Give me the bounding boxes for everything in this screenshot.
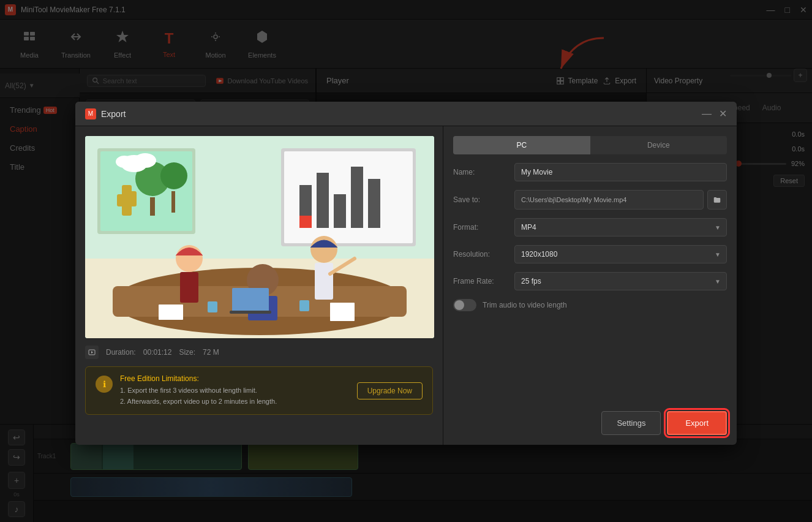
format-row: Format: MP4 ▼ [453, 218, 727, 236]
modal-icon: M [85, 108, 96, 119]
resolution-select-wrap: 1920x1080 ▼ [514, 245, 727, 263]
svg-rect-22 [117, 194, 124, 206]
svg-rect-38 [299, 216, 312, 228]
preview-meta: Duration: 00:01:12 Size: 72 M [85, 346, 433, 359]
svg-point-29 [134, 153, 156, 168]
svg-rect-51 [299, 300, 309, 311]
svg-point-26 [160, 162, 187, 189]
duration-label: Duration: [106, 348, 136, 357]
modal-winbtns: — ✕ [702, 108, 727, 119]
svg-rect-27 [171, 191, 175, 213]
modal-title-left: M Export [85, 108, 126, 119]
svg-rect-44 [315, 263, 333, 300]
resolution-select[interactable]: 1920x1080 [514, 245, 727, 263]
framerate-select-wrap: 25 fps ▼ [514, 272, 727, 290]
name-label: Name: [453, 168, 507, 176]
size-value: 72 M [203, 348, 219, 357]
format-label: Format: [453, 223, 507, 232]
format-select-wrap: MP4 ▼ [514, 218, 727, 236]
warning-title: Free Edition Limitations: [120, 374, 350, 383]
svg-rect-52 [159, 304, 183, 320]
svg-rect-49 [230, 311, 271, 314]
modal-minimize-btn[interactable]: — [702, 108, 712, 119]
modal-close-btn[interactable]: ✕ [719, 108, 727, 119]
preview-meta-icon [85, 346, 99, 359]
warning-text: Free Edition Limitations: 1. Export the … [120, 374, 350, 407]
svg-rect-53 [330, 303, 355, 321]
modal-right-panel: PC Device Name: Save to: [443, 126, 737, 445]
device-tab[interactable]: Device [590, 136, 727, 154]
warning-line2: 2. Afterwards, export video up to 2 minu… [120, 396, 350, 407]
svg-rect-35 [334, 194, 346, 228]
svg-rect-50 [208, 301, 217, 312]
export-modal: M Export — ✕ [75, 102, 737, 445]
modal-footer: Settings Export [453, 406, 727, 435]
svg-rect-36 [351, 167, 363, 228]
trim-toggle[interactable] [453, 299, 476, 311]
name-row: Name: [453, 163, 727, 181]
framerate-select[interactable]: 25 fps [514, 272, 727, 290]
save-to-row: Save to: [453, 190, 727, 210]
save-path-input[interactable] [514, 190, 704, 210]
svg-rect-25 [150, 197, 155, 216]
save-to-label: Save to: [453, 195, 507, 204]
toggle-thumb [454, 300, 464, 310]
modal-title: Export [101, 109, 126, 119]
name-input[interactable] [514, 163, 727, 181]
spacer [453, 320, 727, 398]
svg-rect-42 [180, 272, 198, 303]
size-label: Size: [179, 348, 195, 357]
svg-rect-23 [129, 191, 137, 206]
warning-box: ℹ Free Edition Limitations: 1. Export th… [85, 366, 433, 415]
file-browse-btn[interactable] [707, 190, 727, 210]
modal-overlay: M Export — ✕ [0, 0, 812, 522]
file-input-wrap [514, 190, 727, 210]
preview-image [85, 136, 434, 338]
framerate-row: Frame Rate: 25 fps ▼ [453, 272, 727, 290]
resolution-row: Resolution: 1920x1080 ▼ [453, 245, 727, 263]
modal-body: Duration: 00:01:12 Size: 72 M ℹ Free Edi… [75, 126, 737, 445]
svg-rect-34 [317, 173, 329, 228]
modal-titlebar: M Export — ✕ [75, 102, 737, 126]
modal-preview: Duration: 00:01:12 Size: 72 M ℹ Free Edi… [75, 126, 443, 445]
trim-label: Trim audio to video length [483, 301, 567, 309]
warning-icon: ℹ [96, 376, 113, 393]
resolution-label: Resolution: [453, 250, 507, 259]
svg-rect-37 [368, 179, 380, 228]
pc-tab[interactable]: PC [453, 136, 590, 154]
svg-marker-55 [91, 351, 93, 354]
trim-row: Trim audio to video length [453, 299, 727, 311]
duration-value: 00:01:12 [143, 348, 172, 357]
settings-btn[interactable]: Settings [601, 411, 661, 435]
svg-rect-48 [232, 288, 269, 312]
export-main-btn[interactable]: Export [667, 411, 727, 435]
upgrade-btn[interactable]: Upgrade Now [357, 382, 423, 399]
format-select[interactable]: MP4 [514, 218, 727, 236]
framerate-label: Frame Rate: [453, 277, 507, 286]
pc-device-tabs: PC Device [453, 136, 727, 154]
svg-point-30 [116, 156, 133, 168]
warning-line1: 1. Export the first 3 videos without len… [120, 385, 350, 396]
